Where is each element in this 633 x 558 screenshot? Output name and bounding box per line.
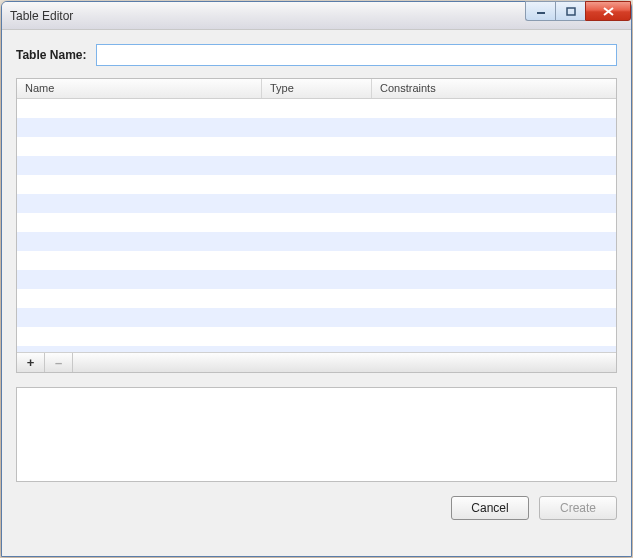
table-row[interactable] [17, 194, 616, 213]
close-icon [603, 7, 614, 16]
columns-table: Name Type Constraints + – [16, 78, 617, 373]
table-row[interactable] [17, 118, 616, 137]
titlebar[interactable]: Table Editor [2, 2, 631, 30]
table-row[interactable] [17, 156, 616, 175]
minimize-icon [536, 7, 546, 15]
close-button[interactable] [585, 1, 631, 21]
columns-footer: + – [17, 352, 616, 372]
columns-header: Name Type Constraints [17, 79, 616, 99]
table-row[interactable] [17, 251, 616, 270]
minimize-button[interactable] [525, 1, 555, 21]
table-name-row: Table Name: [16, 44, 617, 66]
dialog-content: Table Name: Name Type Constraints + – Ca… [2, 30, 631, 556]
maximize-button[interactable] [555, 1, 585, 21]
table-row[interactable] [17, 289, 616, 308]
add-column-button[interactable]: + [17, 353, 45, 372]
maximize-icon [566, 7, 576, 16]
window-controls [525, 1, 631, 21]
table-row[interactable] [17, 175, 616, 194]
dialog-window: Table Editor Table Name: Name Type Const… [1, 1, 632, 557]
column-header-name[interactable]: Name [17, 79, 262, 98]
table-row[interactable] [17, 232, 616, 251]
table-name-label: Table Name: [16, 48, 86, 62]
table-row[interactable] [17, 270, 616, 289]
column-header-type[interactable]: Type [262, 79, 372, 98]
table-row[interactable] [17, 327, 616, 346]
create-button: Create [539, 496, 617, 520]
table-name-input[interactable] [96, 44, 617, 66]
details-textarea[interactable] [16, 387, 617, 482]
table-row[interactable] [17, 213, 616, 232]
svg-rect-1 [567, 8, 575, 15]
remove-column-button: – [45, 353, 73, 372]
column-header-constraints[interactable]: Constraints [372, 79, 616, 98]
table-row[interactable] [17, 137, 616, 156]
table-row[interactable] [17, 308, 616, 327]
columns-body[interactable] [17, 99, 616, 352]
cancel-button[interactable]: Cancel [451, 496, 529, 520]
dialog-buttons: Cancel Create [16, 496, 617, 520]
table-row[interactable] [17, 99, 616, 118]
